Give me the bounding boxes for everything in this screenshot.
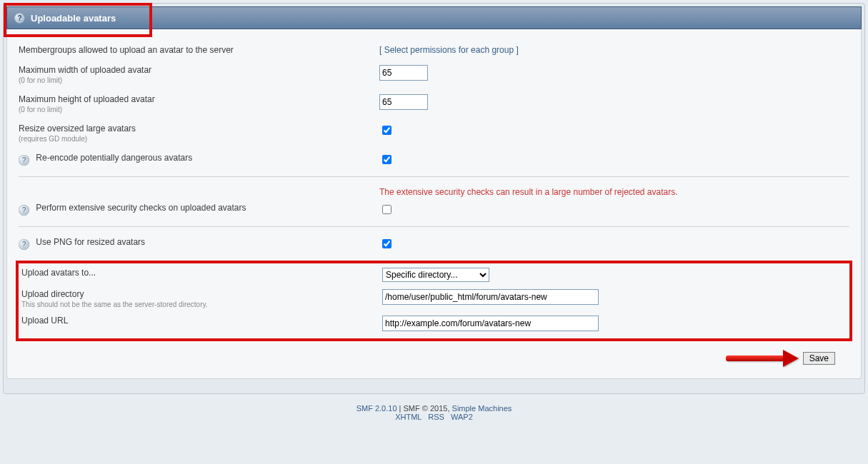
divider <box>19 226 849 227</box>
row-png: ? Use PNG for resized avatars <box>19 237 849 251</box>
row-upload-to: Upload avatars to... Specific directory.… <box>19 268 849 282</box>
footer-sm-link[interactable]: Simple Machines <box>452 404 512 413</box>
select-permissions-link[interactable]: [ Select permissions for each group ] <box>379 45 519 55</box>
sublabel-max-height: (0 for no limit) <box>19 106 379 114</box>
label-resize: Resize oversized large avatars <box>19 123 379 133</box>
help-icon[interactable]: ? <box>19 205 29 216</box>
row-max-height: Maximum height of uploaded avatar (0 for… <box>19 94 849 114</box>
footer-rss-link[interactable]: RSS <box>428 413 444 421</box>
label-max-width: Maximum width of uploaded avatar <box>19 65 379 75</box>
footer-wap2-link[interactable]: WAP2 <box>451 413 473 421</box>
divider <box>19 176 849 177</box>
section-titlebar: ? Uploadable avatars <box>6 6 862 29</box>
label-upload-url: Upload URL <box>21 316 382 326</box>
sublabel-max-width: (0 for no limit) <box>19 76 379 84</box>
help-icon[interactable]: ? <box>19 239 29 250</box>
warning-extensive: The extensive security checks can result… <box>379 187 849 197</box>
admin-panel-container: ? Uploadable avatars Membergroups allowe… <box>3 3 865 394</box>
select-upload-to[interactable]: Specific directory... <box>382 268 489 282</box>
row-upload-url: Upload URL <box>19 316 849 331</box>
footer-copyright: SMF © 2015 <box>404 404 448 413</box>
footer: SMF 2.0.10 | SMF © 2015, Simple Machines… <box>0 404 868 421</box>
checkbox-reencode[interactable] <box>382 155 391 164</box>
section-title: Uploadable avatars <box>31 13 116 24</box>
checkbox-png[interactable] <box>382 239 391 248</box>
save-row: Save <box>19 341 849 365</box>
sublabel-resize: (requires GD module) <box>19 135 379 143</box>
row-max-width: Maximum width of uploaded avatar (0 for … <box>19 65 849 84</box>
row-resize: Resize oversized large avatars (requires… <box>19 123 849 143</box>
footer-version-link[interactable]: SMF 2.0.10 <box>356 404 397 413</box>
checkbox-extensive[interactable] <box>382 205 391 214</box>
input-upload-url[interactable] <box>382 316 599 331</box>
annotation-arrow-icon <box>726 351 797 365</box>
row-reencode: ? Re-encode potentially dangerous avatar… <box>19 153 849 166</box>
label-membergroups: Membergroups allowed to upload an avatar… <box>19 45 379 55</box>
label-png: Use PNG for resized avatars <box>36 237 145 247</box>
label-upload-to: Upload avatars to... <box>21 268 382 278</box>
save-button[interactable]: Save <box>803 352 835 365</box>
annotation-highlight-fields: Upload avatars to... Specific directory.… <box>16 261 852 341</box>
row-upload-dir: Upload directory This should not be the … <box>19 289 849 308</box>
help-icon[interactable]: ? <box>14 13 25 24</box>
help-icon[interactable]: ? <box>19 155 29 166</box>
row-membergroups: Membergroups allowed to upload an avatar… <box>19 45 849 55</box>
label-reencode: Re-encode potentially dangerous avatars <box>36 153 192 163</box>
sublabel-upload-dir: This should not be the same as the serve… <box>21 301 382 308</box>
settings-panel: Membergroups allowed to upload an avatar… <box>6 29 862 379</box>
label-extensive: Perform extensive security checks on upl… <box>36 203 246 213</box>
row-extensive-warn: The extensive security checks can result… <box>19 187 849 200</box>
label-upload-dir: Upload directory <box>21 289 382 299</box>
row-extensive: ? Perform extensive security checks on u… <box>19 203 849 216</box>
input-max-width[interactable] <box>379 65 428 81</box>
checkbox-resize[interactable] <box>382 126 391 135</box>
label-max-height: Maximum height of uploaded avatar <box>19 94 379 104</box>
input-upload-dir[interactable] <box>382 289 599 305</box>
input-max-height[interactable] <box>379 94 428 110</box>
footer-xhtml-link[interactable]: XHTML <box>395 413 421 421</box>
